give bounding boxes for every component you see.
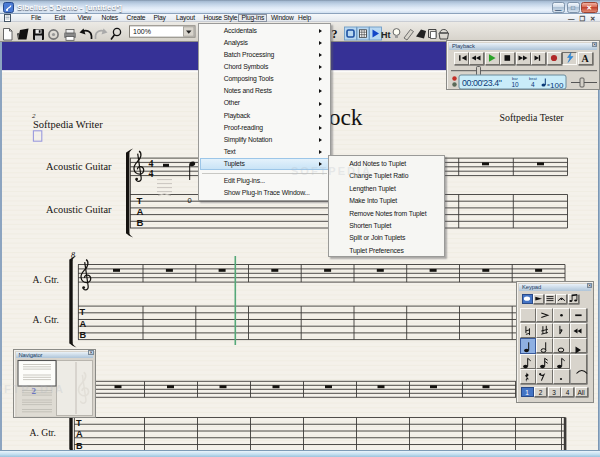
svg-text:A: A <box>582 53 590 64</box>
svg-text:Softpedia Writer: Softpedia Writer <box>33 119 103 130</box>
svg-text:00:00'23.4": 00:00'23.4" <box>462 78 502 88</box>
svg-text:A: A <box>137 206 144 217</box>
svg-text:T: T <box>76 418 82 428</box>
svg-text:A. Gtr.: A. Gtr. <box>30 427 56 438</box>
svg-text:Softpedia Tester: Softpedia Tester <box>500 112 565 123</box>
svg-text:100%: 100% <box>133 28 151 35</box>
svg-text:0: 0 <box>187 196 191 205</box>
svg-text:4: 4 <box>149 168 154 179</box>
svg-text:8: 8 <box>71 251 75 260</box>
svg-text:T: T <box>80 307 86 317</box>
svg-text:Acoustic Guitar: Acoustic Guitar <box>46 204 112 215</box>
svg-text:T: T <box>137 195 143 206</box>
svg-text:10: 10 <box>512 81 520 88</box>
svg-text:100: 100 <box>550 81 564 90</box>
svg-text:4: 4 <box>531 81 535 88</box>
svg-text:2: 2 <box>32 112 36 120</box>
svg-text:Ht: Ht <box>381 30 391 40</box>
svg-text:A: A <box>80 319 87 329</box>
svg-text:Acoustic Guitar: Acoustic Guitar <box>46 161 112 172</box>
svg-text:?: ? <box>332 27 338 41</box>
svg-text:A. Gtr.: A. Gtr. <box>33 274 59 285</box>
svg-text:A. Gtr.: A. Gtr. <box>33 314 59 325</box>
svg-text:A: A <box>76 429 83 439</box>
svg-text:B: B <box>137 217 144 228</box>
svg-text:B: B <box>80 330 87 340</box>
